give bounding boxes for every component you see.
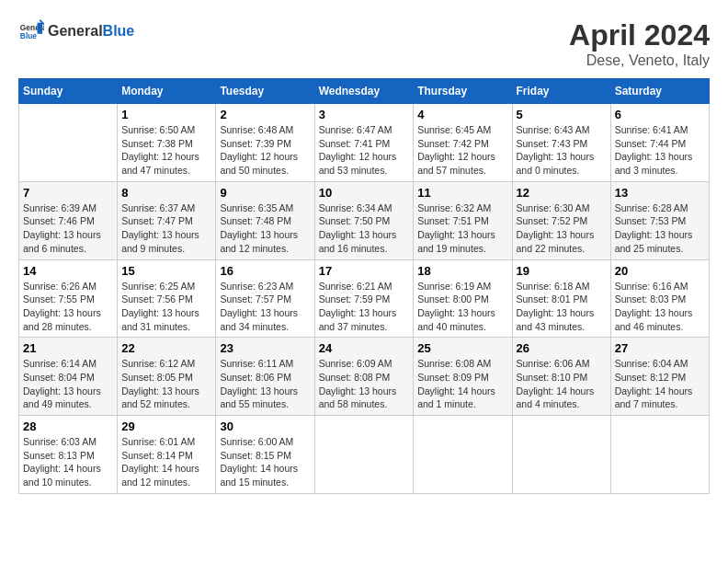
svg-text:Blue: Blue: [20, 31, 37, 40]
calendar-cell: 6Sunrise: 6:41 AMSunset: 7:44 PMDaylight…: [610, 104, 709, 182]
day-number: 21: [23, 341, 113, 355]
calendar-cell: 15Sunrise: 6:25 AMSunset: 7:56 PMDayligh…: [118, 259, 216, 338]
calendar-cell: [19, 104, 118, 182]
day-number: 14: [23, 264, 113, 278]
day-number: 16: [220, 264, 310, 278]
logo-icon: General Blue: [18, 18, 44, 44]
main-title: April 2024: [569, 18, 710, 52]
day-number: 5: [517, 108, 607, 121]
calendar-table: SundayMondayTuesdayWednesdayThursdayFrid…: [18, 78, 710, 494]
day-number: 6: [615, 108, 705, 121]
sub-title: Dese, Veneto, Italy: [569, 52, 710, 69]
calendar-cell: 21Sunrise: 6:14 AMSunset: 8:04 PMDayligh…: [19, 338, 118, 416]
day-number: 22: [121, 341, 211, 355]
day-info: Sunrise: 6:21 AMSunset: 7:59 PMDaylight:…: [319, 280, 410, 334]
calendar-cell: 3Sunrise: 6:47 AMSunset: 7:41 PMDaylight…: [314, 104, 414, 182]
day-number: 8: [121, 186, 211, 200]
day-info: Sunrise: 6:11 AMSunset: 8:06 PMDaylight:…: [220, 357, 310, 411]
logo-blue-text: Blue: [103, 23, 135, 39]
day-number: 11: [417, 186, 507, 200]
day-number: 30: [220, 419, 310, 433]
day-number: 17: [319, 264, 410, 278]
day-number: 18: [417, 264, 507, 278]
day-info: Sunrise: 6:45 AMSunset: 7:42 PMDaylight:…: [417, 123, 507, 178]
calendar-cell: 18Sunrise: 6:19 AMSunset: 8:00 PMDayligh…: [414, 259, 512, 338]
day-info: Sunrise: 6:09 AMSunset: 8:08 PMDaylight:…: [319, 357, 410, 411]
day-info: Sunrise: 6:18 AMSunset: 8:01 PMDaylight:…: [517, 280, 607, 334]
day-info: Sunrise: 6:00 AMSunset: 8:15 PMDaylight:…: [220, 435, 310, 489]
day-info: Sunrise: 6:16 AMSunset: 8:03 PMDaylight:…: [615, 280, 705, 334]
calendar-cell: 4Sunrise: 6:45 AMSunset: 7:42 PMDaylight…: [414, 104, 512, 182]
header: General Blue GeneralBlue April 2024 Dese…: [18, 18, 710, 69]
day-info: Sunrise: 6:39 AMSunset: 7:46 PMDaylight:…: [23, 201, 113, 256]
calendar-cell: 26Sunrise: 6:06 AMSunset: 8:10 PMDayligh…: [512, 338, 610, 416]
calendar-cell: 12Sunrise: 6:30 AMSunset: 7:52 PMDayligh…: [512, 181, 610, 259]
calendar-cell: [314, 416, 414, 494]
title-area: April 2024 Dese, Veneto, Italy: [569, 18, 710, 69]
calendar-cell: 30Sunrise: 6:00 AMSunset: 8:15 PMDayligh…: [216, 416, 314, 494]
weekday-monday: Monday: [118, 79, 216, 104]
calendar-cell: 1Sunrise: 6:50 AMSunset: 7:38 PMDaylight…: [118, 104, 216, 182]
calendar-cell: 27Sunrise: 6:04 AMSunset: 8:12 PMDayligh…: [610, 338, 709, 416]
calendar-body: 1Sunrise: 6:50 AMSunset: 7:38 PMDaylight…: [19, 104, 710, 494]
weekday-header-row: SundayMondayTuesdayWednesdayThursdayFrid…: [19, 79, 710, 104]
day-number: 13: [615, 186, 705, 200]
day-info: Sunrise: 6:43 AMSunset: 7:43 PMDaylight:…: [517, 123, 607, 178]
day-info: Sunrise: 6:41 AMSunset: 7:44 PMDaylight:…: [615, 123, 705, 178]
calendar-cell: 13Sunrise: 6:28 AMSunset: 7:53 PMDayligh…: [610, 181, 709, 259]
day-number: 9: [220, 186, 310, 200]
calendar-cell: [610, 416, 709, 494]
day-info: Sunrise: 6:50 AMSunset: 7:38 PMDaylight:…: [121, 123, 211, 178]
calendar-cell: 25Sunrise: 6:08 AMSunset: 8:09 PMDayligh…: [414, 338, 512, 416]
svg-marker-2: [38, 23, 43, 34]
day-info: Sunrise: 6:35 AMSunset: 7:48 PMDaylight:…: [220, 201, 310, 256]
calendar-week-2: 7Sunrise: 6:39 AMSunset: 7:46 PMDaylight…: [19, 181, 710, 259]
day-number: 4: [417, 108, 507, 121]
weekday-tuesday: Tuesday: [216, 79, 314, 104]
day-info: Sunrise: 6:25 AMSunset: 7:56 PMDaylight:…: [121, 280, 211, 334]
day-number: 23: [220, 341, 310, 355]
day-info: Sunrise: 6:28 AMSunset: 7:53 PMDaylight:…: [615, 201, 705, 256]
logo-general-text: General: [48, 23, 103, 39]
calendar-header: SundayMondayTuesdayWednesdayThursdayFrid…: [19, 79, 710, 104]
calendar-cell: 10Sunrise: 6:34 AMSunset: 7:50 PMDayligh…: [314, 181, 414, 259]
day-info: Sunrise: 6:04 AMSunset: 8:12 PMDaylight:…: [615, 357, 705, 411]
day-number: 24: [319, 341, 410, 355]
calendar-cell: 22Sunrise: 6:12 AMSunset: 8:05 PMDayligh…: [118, 338, 216, 416]
calendar-cell: 29Sunrise: 6:01 AMSunset: 8:14 PMDayligh…: [118, 416, 216, 494]
weekday-sunday: Sunday: [19, 79, 118, 104]
day-info: Sunrise: 6:34 AMSunset: 7:50 PMDaylight:…: [319, 201, 410, 256]
calendar-cell: 2Sunrise: 6:48 AMSunset: 7:39 PMDaylight…: [216, 104, 314, 182]
day-number: 1: [121, 108, 211, 121]
day-info: Sunrise: 6:30 AMSunset: 7:52 PMDaylight:…: [517, 201, 607, 256]
day-number: 28: [23, 419, 113, 433]
weekday-thursday: Thursday: [414, 79, 512, 104]
day-number: 27: [615, 341, 705, 355]
day-info: Sunrise: 6:47 AMSunset: 7:41 PMDaylight:…: [319, 123, 410, 178]
calendar-week-4: 21Sunrise: 6:14 AMSunset: 8:04 PMDayligh…: [19, 338, 710, 416]
day-info: Sunrise: 6:37 AMSunset: 7:47 PMDaylight:…: [121, 201, 211, 256]
day-info: Sunrise: 6:12 AMSunset: 8:05 PMDaylight:…: [121, 357, 211, 411]
calendar-cell: 7Sunrise: 6:39 AMSunset: 7:46 PMDaylight…: [19, 181, 118, 259]
calendar-week-5: 28Sunrise: 6:03 AMSunset: 8:13 PMDayligh…: [19, 416, 710, 494]
day-number: 10: [319, 186, 410, 200]
day-number: 25: [417, 341, 507, 355]
day-info: Sunrise: 6:32 AMSunset: 7:51 PMDaylight:…: [417, 201, 507, 256]
calendar-week-3: 14Sunrise: 6:26 AMSunset: 7:55 PMDayligh…: [19, 259, 710, 338]
calendar-cell: 28Sunrise: 6:03 AMSunset: 8:13 PMDayligh…: [19, 416, 118, 494]
day-number: 19: [517, 264, 607, 278]
calendar-cell: 20Sunrise: 6:16 AMSunset: 8:03 PMDayligh…: [610, 259, 709, 338]
day-info: Sunrise: 6:19 AMSunset: 8:00 PMDaylight:…: [417, 280, 507, 334]
day-info: Sunrise: 6:01 AMSunset: 8:14 PMDaylight:…: [121, 435, 211, 489]
day-number: 12: [517, 186, 607, 200]
calendar-cell: 14Sunrise: 6:26 AMSunset: 7:55 PMDayligh…: [19, 259, 118, 338]
calendar-cell: 11Sunrise: 6:32 AMSunset: 7:51 PMDayligh…: [414, 181, 512, 259]
day-number: 20: [615, 264, 705, 278]
calendar-cell: 5Sunrise: 6:43 AMSunset: 7:43 PMDaylight…: [512, 104, 610, 182]
day-info: Sunrise: 6:48 AMSunset: 7:39 PMDaylight:…: [220, 123, 310, 178]
calendar-cell: [512, 416, 610, 494]
calendar-week-1: 1Sunrise: 6:50 AMSunset: 7:38 PMDaylight…: [19, 104, 710, 182]
day-info: Sunrise: 6:03 AMSunset: 8:13 PMDaylight:…: [23, 435, 113, 489]
day-number: 29: [121, 419, 211, 433]
day-info: Sunrise: 6:23 AMSunset: 7:57 PMDaylight:…: [220, 280, 310, 334]
